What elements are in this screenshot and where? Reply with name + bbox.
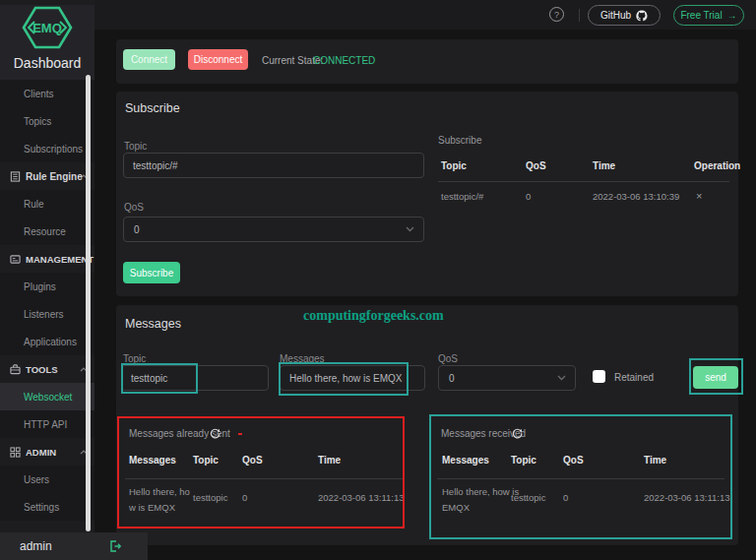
sidebar-item-users[interactable]: Users (0, 466, 94, 493)
connect-button[interactable]: Connect (123, 49, 175, 70)
sidebar-item-label: Websocket (24, 392, 72, 403)
col-header-time: Time (593, 160, 615, 171)
sidebar-nav: Clients Topics Subscriptions Rule Engine… (0, 80, 94, 521)
col-header-time: Time (644, 455, 666, 466)
logout-icon[interactable] (108, 539, 122, 553)
sidebar-group-admin[interactable]: ADMIN (0, 438, 94, 466)
github-button[interactable]: GitHub (588, 5, 661, 26)
sidebar-item-label: Clients (24, 89, 54, 99)
watermark-text: computingforgeeks.com (303, 308, 559, 324)
col-header-messages: Messages (442, 455, 489, 466)
sidebar-item-subscriptions[interactable]: Subscriptions (0, 135, 94, 162)
received-row-qos: 0 (563, 492, 568, 503)
subscriptions-table-caption: Subscribe (438, 135, 481, 146)
sent-row-topic: testtopic (193, 492, 227, 503)
help-icon[interactable]: ? (549, 7, 564, 22)
subscribe-card-title: Subscribe (125, 101, 180, 115)
rule-engine-icon (10, 171, 21, 182)
sent-row-time: 2022-03-06 13:11:13 (318, 492, 405, 503)
topbar: ? GitHub Free Trial → (94, 0, 756, 30)
received-row-message: Hello there, how is EMQX (442, 484, 521, 516)
received-row-time: 2022-03-06 13:11:13 (644, 492, 730, 503)
refresh-icon[interactable] (210, 428, 220, 439)
message-body-input[interactable] (280, 365, 425, 391)
free-trial-button[interactable]: Free Trial → (673, 5, 744, 26)
sidebar-item-applications[interactable]: Applications (0, 328, 94, 355)
sidebar-group-label: TOOLS (26, 364, 58, 375)
subscribe-topic-input[interactable] (123, 153, 424, 178)
current-state-value: CONNECTED (313, 55, 375, 66)
subscription-row-qos: 0 (526, 191, 531, 202)
subscription-row-time: 2022-03-06 13:10:39 (593, 191, 679, 202)
sidebar-item-label: Settings (24, 502, 59, 513)
subscribe-qos-select[interactable]: 0 (123, 217, 424, 242)
svg-text:EMQ: EMQ (32, 21, 62, 35)
sidebar-item-http-api[interactable]: HTTP API (0, 410, 94, 438)
col-header-qos: QoS (242, 455, 263, 466)
sidebar-scrollbar[interactable] (86, 75, 91, 531)
admin-icon (10, 447, 21, 458)
emq-logo-icon: EMQ (0, 5, 94, 54)
message-topic-input[interactable] (121, 365, 269, 391)
col-header-topic: Topic (441, 160, 467, 171)
col-header-topic: Topic (193, 455, 219, 466)
sidebar-item-topics[interactable]: Topics (0, 107, 94, 135)
app-title: Dashboard (0, 55, 94, 71)
sidebar-item-label: HTTP API (24, 419, 67, 430)
management-icon (10, 254, 21, 265)
messages-card-title: Messages (125, 317, 181, 331)
send-button[interactable]: send (693, 366, 738, 389)
sent-row-message: Hello there, how is EMQX (129, 484, 194, 516)
sent-row-qos: 0 (242, 492, 247, 503)
emqx-dashboard-screen: ? GitHub Free Trial → EMQ Dashboard (0, 0, 756, 560)
col-header-qos: QoS (526, 160, 546, 171)
subscribe-button[interactable]: Subscribe (123, 262, 180, 283)
disconnect-button[interactable]: Disconnect (188, 49, 248, 70)
subscribe-qos-label: QoS (124, 202, 144, 213)
sidebar-item-resource[interactable]: Resource (0, 218, 94, 245)
retained-checkbox[interactable] (593, 370, 605, 383)
table-divider (125, 478, 405, 479)
chevron-down-icon (557, 375, 566, 381)
sidebar-item-label: Users (24, 474, 49, 485)
col-header-messages: Messages (129, 455, 176, 466)
refresh-icon[interactable] (512, 428, 523, 439)
github-icon (636, 10, 648, 22)
sidebar-group-management[interactable]: MANAGEMENT (0, 245, 94, 273)
subscription-row-topic: testtopic/# (441, 191, 483, 202)
sidebar: EMQ Dashboard Clients Topics Subscriptio… (0, 0, 94, 560)
sidebar-group-tools[interactable]: TOOLS (0, 355, 94, 383)
github-button-label: GitHub (600, 10, 631, 21)
retained-label: Retained (614, 372, 654, 383)
message-qos-select[interactable]: 0 (438, 365, 576, 391)
unsubscribe-close-icon[interactable]: × (696, 190, 702, 202)
sidebar-item-label: Plugins (24, 281, 56, 292)
sidebar-item-label: Topics (24, 116, 51, 127)
sidebar-item-settings[interactable]: Settings (0, 493, 94, 521)
sidebar-header: EMQ Dashboard (0, 5, 94, 80)
connection-card: Connect Disconnect Current State: CONNEC… (116, 39, 738, 84)
sidebar-item-label: Subscriptions (24, 144, 83, 155)
tools-icon (10, 364, 21, 375)
sidebar-item-clients[interactable]: Clients (0, 80, 94, 107)
sidebar-item-label: Listeners (24, 309, 64, 320)
col-header-topic: Topic (511, 455, 536, 466)
sidebar-item-rule[interactable]: Rule (0, 190, 94, 218)
user-footer[interactable]: admin (0, 532, 148, 560)
col-header-qos: QoS (563, 455, 584, 466)
message-qos-label: QoS (438, 353, 458, 364)
sidebar-item-label: Applications (24, 337, 77, 347)
messages-card: computingforgeeks.com Messages Topic Mes… (116, 305, 738, 545)
topbar-divider (579, 9, 580, 22)
message-qos-value: 0 (449, 373, 455, 384)
annotation-dot (238, 433, 242, 435)
sidebar-item-plugins[interactable]: Plugins (0, 273, 94, 300)
chevron-down-icon (406, 226, 414, 232)
sidebar-item-listeners[interactable]: Listeners (0, 300, 94, 328)
sidebar-item-websocket[interactable]: Websocket (0, 383, 94, 410)
arrow-right-icon: → (727, 10, 737, 21)
received-row-topic: testtopic (511, 492, 545, 503)
subscribe-card: Subscribe Topic QoS 0 Subscribe Subscrib… (116, 92, 738, 296)
sidebar-group-rule-engine[interactable]: Rule Engine (0, 162, 94, 190)
message-body-label: Messages (280, 353, 325, 364)
